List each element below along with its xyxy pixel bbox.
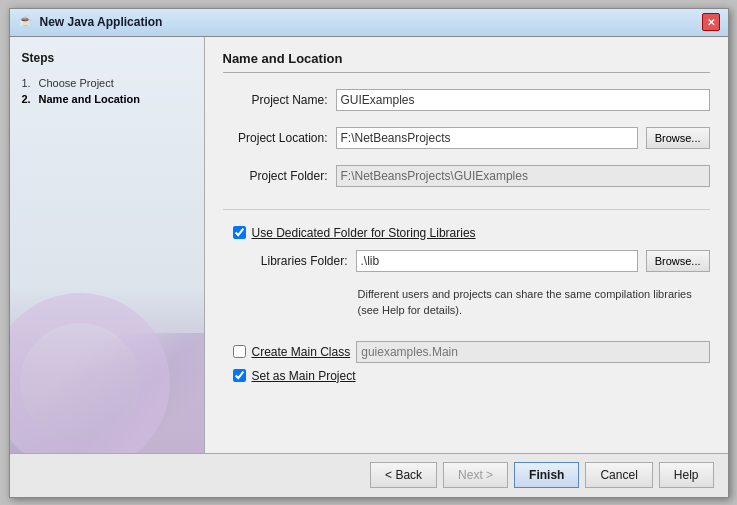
step-2-number: 2. <box>22 93 36 105</box>
project-folder-label: Project Folder: <box>223 169 328 183</box>
content-area: Steps 1. Choose Project 2. Name and Loca… <box>10 37 728 453</box>
use-dedicated-folder-checkbox[interactable] <box>233 226 246 239</box>
java-icon: ☕ <box>18 14 34 30</box>
project-location-browse-button[interactable]: Browse... <box>646 127 710 149</box>
create-main-inner: Create Main Class <box>223 341 710 363</box>
project-folder-row: Project Folder: <box>223 165 710 187</box>
step-2-label: Name and Location <box>39 93 140 105</box>
dialog-title: New Java Application <box>40 15 163 29</box>
step-1-label: Choose Project <box>39 77 114 89</box>
cancel-button[interactable]: Cancel <box>585 462 652 488</box>
sidebar-decoration2 <box>10 293 170 453</box>
title-bar-left: ☕ New Java Application <box>18 14 163 30</box>
create-main-class-row: Create Main Class Set as Main Project <box>223 333 710 383</box>
use-dedicated-folder-label: Use Dedicated Folder for Storing Librari… <box>252 226 476 240</box>
step-1-number: 1. <box>22 77 36 89</box>
libraries-browse-button[interactable]: Browse... <box>646 250 710 272</box>
libraries-folder-label: Libraries Folder: <box>253 254 348 268</box>
libraries-folder-row: Libraries Folder: Browse... <box>223 250 710 272</box>
create-main-class-label: Create Main Class <box>252 345 351 359</box>
finish-button[interactable]: Finish <box>514 462 579 488</box>
project-name-row: Project Name: <box>223 89 710 111</box>
sidebar: Steps 1. Choose Project 2. Name and Loca… <box>10 37 205 453</box>
create-main-class-input[interactable] <box>356 341 709 363</box>
close-button[interactable]: ✕ <box>702 13 720 31</box>
step-2: 2. Name and Location <box>22 91 192 107</box>
set-as-main-project-row: Set as Main Project <box>223 369 710 383</box>
title-bar: ☕ New Java Application ✕ <box>10 9 728 37</box>
back-button[interactable]: < Back <box>370 462 437 488</box>
section-title: Name and Location <box>223 51 710 73</box>
set-as-main-project-checkbox[interactable] <box>233 369 246 382</box>
steps-title: Steps <box>22 51 192 65</box>
dialog-window: ☕ New Java Application ✕ Steps 1. Choose… <box>9 8 729 498</box>
project-location-input[interactable] <box>336 127 638 149</box>
set-as-main-project-label: Set as Main Project <box>252 369 356 383</box>
use-dedicated-folder-row: Use Dedicated Folder for Storing Librari… <box>223 226 710 240</box>
create-main-class-checkbox[interactable] <box>233 345 246 358</box>
project-location-row: Project Location: Browse... <box>223 127 710 149</box>
project-name-input[interactable] <box>336 89 710 111</box>
project-folder-input[interactable] <box>336 165 710 187</box>
project-location-label: Project Location: <box>223 131 328 145</box>
info-text: Different users and projects can share t… <box>223 286 710 319</box>
footer: < Back Next > Finish Cancel Help <box>10 453 728 497</box>
help-button[interactable]: Help <box>659 462 714 488</box>
libraries-folder-input[interactable] <box>356 250 638 272</box>
next-button[interactable]: Next > <box>443 462 508 488</box>
separator-1 <box>223 209 710 210</box>
project-name-label: Project Name: <box>223 93 328 107</box>
step-1: 1. Choose Project <box>22 75 192 91</box>
main-panel: Name and Location Project Name: Project … <box>205 37 728 453</box>
